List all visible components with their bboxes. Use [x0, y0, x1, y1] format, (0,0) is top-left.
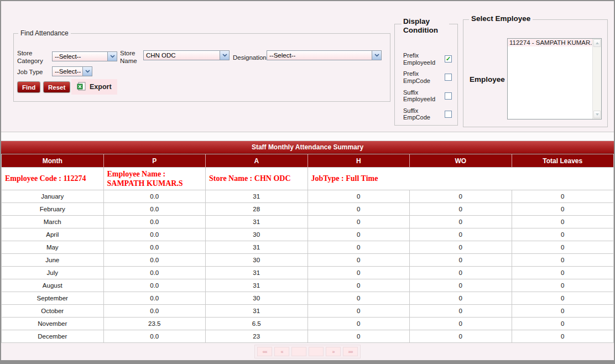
table-cell: 0.0: [103, 216, 206, 228]
table-cell: 0: [308, 228, 410, 241]
table-cell: 0: [410, 241, 512, 254]
table-cell: 31: [206, 267, 308, 279]
table-cell: July: [2, 267, 104, 279]
table-cell: 31: [206, 190, 308, 203]
column-header-p: P: [103, 154, 206, 168]
table-cell: 0: [512, 241, 614, 254]
table-cell: 0.0: [103, 267, 206, 279]
table-cell: 28: [206, 203, 308, 216]
table-cell: 0: [410, 318, 512, 330]
table-cell: 0: [410, 190, 512, 203]
display-condition-options: Prefix EmployeeId✓Prefix EmpCodeSuffix E…: [395, 24, 457, 121]
pagination-button[interactable]: »: [326, 347, 341, 356]
table-cell: 0: [410, 292, 512, 305]
checkbox-label: Prefix EmployeeId: [403, 52, 437, 66]
checkbox[interactable]: [445, 111, 452, 118]
chevron-down-icon[interactable]: [107, 52, 117, 61]
select-employee-legend: Select Employee: [469, 14, 533, 23]
table-row: October0.031000: [2, 305, 614, 318]
table-cell: 0.0: [103, 330, 206, 343]
table-row: April0.030000: [2, 228, 614, 241]
chevron-down-icon[interactable]: [82, 67, 92, 76]
store-category-select[interactable]: --Select--: [52, 51, 117, 61]
table-cell: 0: [512, 203, 614, 216]
table-title-bar: Staff Monthly Attendance Summary: [1, 141, 614, 154]
reset-button[interactable]: Reset: [43, 81, 70, 93]
employee-listbox[interactable]: 112274 - SAMPATH KUMAR.S: [507, 38, 602, 119]
table-cell: 0: [512, 292, 614, 305]
column-header-total-leaves: Total Leaves: [512, 154, 614, 168]
pagination-button[interactable]: [309, 347, 324, 356]
table-cell: 0.0: [103, 203, 206, 216]
employee-code-cell: Employee Code : 112274: [2, 168, 104, 190]
checkbox[interactable]: ✓: [445, 55, 452, 63]
column-header-wo: WO: [410, 154, 512, 168]
table-cell: 0: [512, 254, 614, 267]
checkbox[interactable]: [445, 74, 452, 81]
table-cell: 23.5: [103, 318, 206, 330]
table-cell: 0: [512, 279, 614, 292]
table-cell: October: [2, 305, 104, 318]
table-cell: May: [2, 241, 104, 254]
designation-select[interactable]: --Select--: [267, 50, 382, 60]
checkbox[interactable]: [445, 92, 452, 100]
attendance-table: Month P A H WO Total Leaves Employee Cod…: [1, 154, 614, 343]
section-divider: [1, 132, 614, 141]
display-condition-option: Prefix EmpCode: [403, 70, 452, 84]
table-cell: March: [2, 216, 104, 228]
find-attendance-panel: Find Attendance Store Category --Select-…: [13, 33, 390, 102]
table-cell: 0: [308, 241, 410, 254]
find-attendance-legend: Find Attendance: [18, 29, 71, 37]
column-header-month: Month: [2, 154, 104, 168]
table-cell: June: [2, 254, 104, 267]
table-cell: 0: [410, 330, 512, 343]
table-cell: 0: [512, 267, 614, 279]
checkbox-label: Prefix EmpCode: [403, 70, 437, 84]
pagination-button[interactable]: »»: [343, 347, 358, 356]
pagination-button[interactable]: [291, 347, 306, 356]
table-cell: 0: [308, 330, 410, 343]
table-cell: November: [2, 318, 104, 330]
listbox-scrollbar[interactable]: [592, 39, 601, 119]
pagination-button[interactable]: «: [274, 347, 289, 356]
table-cell: 0.0: [103, 254, 206, 267]
store-name-select[interactable]: CHN ODC: [143, 50, 230, 60]
table-cell: 31: [206, 305, 308, 318]
employee-list-item[interactable]: 112274 - SAMPATH KUMAR.S: [508, 39, 592, 46]
column-header-h: H: [308, 154, 410, 168]
chevron-down-icon[interactable]: [220, 51, 229, 60]
display-condition-option: Suffix EmpCode: [403, 107, 452, 121]
table-cell: 23: [206, 330, 308, 343]
chevron-down-icon[interactable]: [372, 51, 381, 60]
table-row: May0.031000: [2, 241, 614, 254]
store-name-label: Store Name: [120, 49, 144, 65]
employee-label: Employee: [470, 75, 505, 84]
table-row: March0.031000: [2, 216, 614, 228]
excel-icon: [77, 82, 86, 92]
store-name-cell: Store Name : CHN ODC: [206, 168, 308, 190]
attendance-page: Find Attendance Store Category --Select-…: [0, 0, 615, 364]
table-cell: 0: [410, 228, 512, 241]
export-button[interactable]: Export: [71, 79, 117, 95]
table-cell: 0.0: [103, 292, 206, 305]
table-cell: 0: [308, 318, 410, 330]
select-employee-panel: Select Employee Employee 112274 - SAMPAT…: [463, 19, 608, 127]
table-cell: 0: [308, 254, 410, 267]
pagination: «««»»»: [254, 345, 361, 358]
bottom-bar: [1, 360, 614, 363]
table-cell: September: [2, 292, 104, 305]
table-cell: April: [2, 228, 104, 241]
table-cell: 0: [308, 279, 410, 292]
job-type-select[interactable]: --Select--: [52, 66, 92, 76]
designation-label: Designation: [233, 54, 267, 61]
column-header-a: A: [206, 154, 308, 168]
pagination-button[interactable]: ««: [257, 347, 272, 356]
table-cell: 0.0: [103, 190, 206, 203]
table-row: July0.031000: [2, 267, 614, 279]
employee-name-cell: Employee Name : SAMPATH KUMAR.S: [103, 168, 206, 190]
table-cell: 0.0: [103, 305, 206, 318]
scroll-up-icon[interactable]: [593, 39, 601, 47]
scroll-down-icon[interactable]: [593, 111, 601, 118]
table-cell: 30: [206, 254, 308, 267]
find-button[interactable]: Find: [17, 81, 40, 93]
